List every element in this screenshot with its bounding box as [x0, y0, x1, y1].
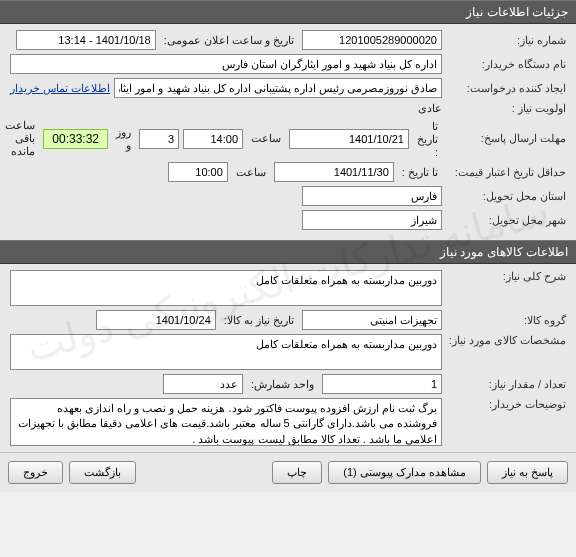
buyer-notes-field[interactable]	[10, 398, 442, 446]
days-remaining-field	[139, 129, 179, 149]
reply-until-date-field[interactable]	[289, 129, 409, 149]
price-valid-date-field[interactable]	[274, 162, 394, 182]
until-date-label-1: تا تاریخ :	[413, 120, 442, 158]
price-valid-time-field[interactable]	[168, 162, 228, 182]
need-no-field[interactable]	[302, 30, 442, 50]
print-button[interactable]: چاپ	[272, 461, 322, 484]
item-group-field[interactable]	[302, 310, 442, 330]
requester-field[interactable]	[114, 78, 442, 98]
unit-field[interactable]	[163, 374, 243, 394]
reply-until-time-field[interactable]	[183, 129, 243, 149]
city-label: شهر محل تحویل:	[446, 214, 566, 227]
items-info-body: شرح کلی نیاز: گروه کالا: تاریخ نیاز به ک…	[0, 264, 576, 452]
time-label-1: ساعت	[247, 132, 285, 145]
need-info-body: شماره نیاز: تاریخ و ساعت اعلان عمومی: نا…	[0, 24, 576, 240]
reply-deadline-label: مهلت ارسال پاسخ:	[446, 132, 566, 145]
need-desc-field[interactable]	[10, 270, 442, 306]
city-field[interactable]	[302, 210, 442, 230]
need-by-date-field[interactable]	[96, 310, 216, 330]
priority-label: اولویت نیاز :	[446, 102, 566, 115]
item-group-label: گروه کالا:	[446, 314, 566, 327]
until-date-label-2: تا تاریخ :	[398, 166, 442, 179]
priority-value: عادی	[418, 102, 442, 115]
countdown-timer: 00:33:32	[43, 129, 108, 149]
buyer-notes-label: توضیحات خریدار:	[446, 398, 566, 411]
province-field[interactable]	[302, 186, 442, 206]
items-info-header: اطلاعات کالاهای مورد نیاز	[0, 240, 576, 264]
button-bar: پاسخ به نیاز مشاهده مدارک پیوستی (1) چاپ…	[0, 452, 576, 492]
item-spec-label: مشخصات کالای مورد نیاز:	[446, 334, 566, 347]
time-label-2: ساعت	[232, 166, 270, 179]
attachments-button[interactable]: مشاهده مدارک پیوستی (1)	[328, 461, 481, 484]
announce-dt-label: تاریخ و ساعت اعلان عمومی:	[160, 34, 298, 47]
exit-button[interactable]: خروج	[8, 461, 63, 484]
need-info-header: جزئیات اطلاعات نیاز	[0, 0, 576, 24]
reply-button[interactable]: پاسخ به نیاز	[487, 461, 568, 484]
requester-label: ایجاد کننده درخواست:	[446, 82, 566, 95]
days-and-label: روز و	[112, 126, 135, 152]
price-valid-label: حداقل تاریخ اعتبار قیمت:	[446, 166, 566, 179]
time-remaining-label: ساعت باقی مانده	[1, 119, 39, 158]
buyer-contact-link[interactable]: اطلاعات تماس خریدار	[10, 82, 110, 95]
back-button[interactable]: بازگشت	[69, 461, 136, 484]
qty-field[interactable]	[322, 374, 442, 394]
unit-label: واحد شمارش:	[247, 378, 318, 391]
announce-dt-field[interactable]	[16, 30, 156, 50]
buyer-org-label: نام دستگاه خریدار:	[446, 58, 566, 71]
item-spec-field[interactable]	[10, 334, 442, 370]
buyer-org-field[interactable]	[10, 54, 442, 74]
province-label: استان محل تحویل:	[446, 190, 566, 203]
need-desc-label: شرح کلی نیاز:	[446, 270, 566, 283]
need-no-label: شماره نیاز:	[446, 34, 566, 47]
qty-label: تعداد / مقدار نیاز:	[446, 378, 566, 391]
need-by-date-label: تاریخ نیاز به کالا:	[220, 314, 298, 327]
